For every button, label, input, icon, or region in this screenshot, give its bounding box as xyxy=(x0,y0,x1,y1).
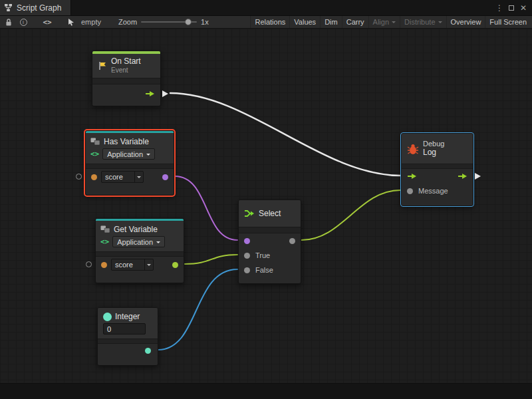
canvas-edge xyxy=(0,383,532,399)
wire-onstart-to-debuglog xyxy=(170,93,400,176)
chevron-down-icon xyxy=(134,172,143,182)
integer-value-input[interactable] xyxy=(103,323,146,334)
has-variable-header: Has Variable <> Application xyxy=(86,133,174,164)
trigger-out-arrow[interactable] xyxy=(475,173,481,180)
tab-bar: Script Graph ⋮ ✕ xyxy=(0,0,532,16)
lock-icon[interactable] xyxy=(1,16,16,28)
node-title: Integer xyxy=(115,312,140,321)
close-icon[interactable]: ✕ xyxy=(518,2,529,14)
menu-icon[interactable]: ⋮ xyxy=(494,2,505,14)
graph-icon xyxy=(4,3,13,12)
port-label-false: False xyxy=(255,266,273,274)
fullscreen-button[interactable]: Full Screen xyxy=(485,16,531,28)
relations-button[interactable]: Relations xyxy=(250,16,289,28)
value-port[interactable] xyxy=(145,348,151,354)
trigger-in-port[interactable] xyxy=(407,173,417,180)
zoom-slider[interactable] xyxy=(141,18,197,26)
selection-label: empty xyxy=(81,18,101,26)
node-title: Select xyxy=(259,209,281,218)
overview-button[interactable]: Overview xyxy=(446,16,485,28)
node-on-start[interactable]: On Start Event xyxy=(92,51,161,106)
variables-icon xyxy=(90,138,100,146)
value-port[interactable] xyxy=(172,262,178,268)
carry-button[interactable]: Carry xyxy=(342,16,368,28)
values-button[interactable]: Values xyxy=(289,16,320,28)
message-port[interactable] xyxy=(407,188,413,194)
ports-toggle-icon[interactable]: <> xyxy=(40,16,55,28)
node-title: Get Variable xyxy=(114,225,158,234)
wire-hasvariable-to-select xyxy=(175,176,237,240)
zoom-label: Zoom xyxy=(118,18,137,26)
port-label-true: True xyxy=(255,251,270,259)
select-header: Select xyxy=(239,200,301,227)
toolbar-buttons: Relations Values Dim Carry Align Distrib… xyxy=(250,16,531,28)
name-port[interactable] xyxy=(101,262,107,268)
node-has-variable[interactable]: Has Variable <> Application score xyxy=(85,130,174,196)
unconnected-port[interactable] xyxy=(76,174,82,180)
true-port[interactable] xyxy=(244,253,250,259)
variable-kind-icon: <> xyxy=(100,237,109,246)
maximize-box xyxy=(509,5,514,11)
node-debug-log[interactable]: Debug Log Messa xyxy=(401,133,473,206)
false-port[interactable] xyxy=(244,267,250,273)
dim-button[interactable]: Dim xyxy=(320,16,342,28)
select-icon xyxy=(244,209,255,218)
node-subtitle: Log xyxy=(423,148,444,158)
chevron-down-icon xyxy=(392,21,396,25)
integer-header: Integer xyxy=(98,308,158,338)
get-variable-header: Get Variable <> Application xyxy=(96,221,184,251)
node-get-variable[interactable]: Get Variable <> Application score xyxy=(95,218,184,283)
result-port[interactable] xyxy=(162,174,168,180)
node-subtitle: Event xyxy=(111,66,141,74)
condition-port[interactable] xyxy=(244,238,250,244)
on-start-header: On Start Event xyxy=(92,54,160,78)
tab-title: Script Graph xyxy=(17,3,61,13)
variable-kind-icon: <> xyxy=(90,150,99,158)
variable-name-dropdown[interactable]: score xyxy=(101,171,144,183)
name-port[interactable] xyxy=(91,174,97,180)
trigger-out-arrow[interactable] xyxy=(162,90,168,97)
graph-toolbar: i <> empty Zoom 1x Relations Values Dim … xyxy=(0,16,532,29)
chevron-down-icon xyxy=(438,21,442,25)
trigger-out-port[interactable] xyxy=(145,90,155,97)
align-button[interactable]: Align xyxy=(368,16,400,28)
selection-pointer-icon xyxy=(64,16,78,28)
tab-script-graph[interactable]: Script Graph xyxy=(0,0,71,15)
info-glyph: i xyxy=(20,19,27,26)
trigger-out-port[interactable] xyxy=(458,173,467,180)
flag-icon xyxy=(98,61,107,70)
node-integer[interactable]: Integer xyxy=(97,307,158,366)
chevron-down-icon xyxy=(156,241,160,245)
result-port[interactable] xyxy=(289,238,295,244)
distribute-button[interactable]: Distribute xyxy=(400,16,446,28)
maximize-icon[interactable] xyxy=(506,2,517,14)
node-select[interactable]: Select True False xyxy=(238,200,301,284)
chevron-down-icon xyxy=(146,154,150,158)
window-controls: ⋮ ✕ xyxy=(494,0,532,15)
zoom-slider-thumb[interactable] xyxy=(185,19,192,25)
port-label-message: Message xyxy=(418,187,448,195)
variable-name-dropdown[interactable]: score xyxy=(111,259,154,271)
wire-select-to-debuglog xyxy=(301,190,400,240)
scope-dropdown[interactable]: Application xyxy=(102,148,155,160)
node-title: Has Variable xyxy=(104,137,149,146)
debug-log-header: Debug Log xyxy=(402,134,473,164)
bug-icon xyxy=(407,143,419,155)
scope-dropdown[interactable]: Application xyxy=(112,236,165,247)
chevron-down-icon xyxy=(144,259,153,270)
graph-canvas[interactable]: On Start Event xyxy=(0,29,532,399)
integer-icon xyxy=(103,313,112,321)
unconnected-port[interactable] xyxy=(86,261,92,267)
unity-graph-window: Script Graph ⋮ ✕ i <> empty xyxy=(0,0,532,399)
zoom-control: Zoom 1x xyxy=(118,18,209,26)
node-title: On Start xyxy=(111,57,141,66)
info-icon[interactable]: i xyxy=(16,16,31,28)
wire-getvariable-to-select xyxy=(185,255,237,264)
variables-icon xyxy=(100,225,110,233)
zoom-level: 1x xyxy=(201,18,209,26)
